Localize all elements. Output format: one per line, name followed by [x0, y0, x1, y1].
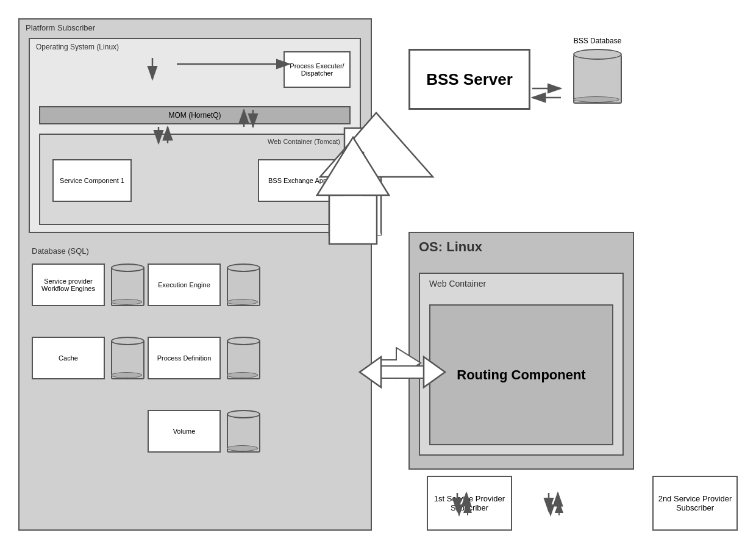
- mom-bar: MOM (HornetQ): [39, 106, 351, 124]
- bss-database-label: BSS Database: [573, 37, 622, 45]
- execution-engine-item: Execution Engine: [148, 263, 260, 306]
- volume-box: Volume: [148, 410, 221, 453]
- web-container-right-label: Web Container: [429, 279, 486, 289]
- bss-database-cylinder: [573, 49, 622, 104]
- bss-exchange-label: BSS Exchange App: [268, 177, 327, 184]
- os-linux-box: Operating System (Linux) Process Execute…: [29, 38, 361, 233]
- diagram-container: Platform Subscriber Operating System (Li…: [18, 18, 738, 534]
- bss-database-group: BSS Database: [573, 49, 622, 104]
- process-definition-item: Process Definition: [148, 337, 260, 379]
- bss-server-label: BSS Server: [426, 70, 513, 89]
- volume-label: Volume: [173, 428, 196, 435]
- platform-subscriber-box: Platform Subscriber Operating System (Li…: [18, 18, 372, 531]
- cache-cylinder: [111, 337, 144, 379]
- os-linux-label: Operating System (Linux): [36, 43, 119, 51]
- service-component-label: Service Component 1: [60, 177, 124, 184]
- sp1-box: 1st Service Provider Subscriber: [427, 476, 512, 531]
- service-component-box: Service Component 1: [52, 159, 132, 202]
- process-executer-box: Process Executer/ Dispatcher: [284, 51, 351, 88]
- execution-engine-label: Execution Engine: [158, 281, 210, 289]
- cache-item: Cache: [32, 337, 144, 379]
- database-label: Database (SQL): [32, 246, 89, 256]
- service-provider-wf-label: Service provider Workflow Engines: [36, 278, 101, 292]
- routing-component-label: Routing Component: [457, 367, 585, 383]
- cache-label: Cache: [59, 354, 78, 362]
- web-container-label: Web Container (Tomcat): [268, 138, 340, 145]
- volume-item: Volume: [148, 410, 260, 453]
- service-provider-wf-item: Service provider Workflow Engines: [32, 263, 144, 306]
- service-provider-wf-box: Service provider Workflow Engines: [32, 263, 105, 306]
- bss-exchange-box: BSS Exchange App: [258, 159, 337, 202]
- process-executer-label: Process Executer/ Dispatcher: [285, 62, 349, 77]
- service-provider-wf-cylinder: [111, 263, 144, 306]
- sp1-label: 1st Service Provider Subscriber: [428, 494, 511, 512]
- sp2-box: 2nd Service Provider Subscriber: [652, 476, 738, 531]
- os-linux-right-label: OS: Linux: [419, 239, 482, 255]
- right-panel: BSS Server BSS Database OS: Linux Web Co…: [408, 18, 738, 531]
- bss-server-box: BSS Server: [408, 49, 530, 110]
- process-definition-label: Process Definition: [157, 354, 212, 362]
- volume-cylinder: [227, 410, 260, 453]
- process-definition-box: Process Definition: [148, 337, 221, 379]
- web-container-box: Web Container (Tomcat) Service Component…: [39, 134, 351, 225]
- web-container-right-box: Web Container Routing Component: [419, 273, 624, 456]
- platform-subscriber-label: Platform Subscriber: [26, 23, 95, 32]
- cache-box: Cache: [32, 337, 105, 379]
- execution-engine-cylinder: [227, 263, 260, 306]
- routing-component-box: Routing Component: [429, 304, 613, 445]
- os-linux-right-box: OS: Linux Web Container Routing Componen…: [408, 232, 634, 470]
- sp2-label: 2nd Service Provider Subscriber: [654, 494, 736, 512]
- process-definition-cylinder: [227, 337, 260, 379]
- mom-label: MOM (HornetQ): [168, 111, 221, 120]
- execution-engine-box: Execution Engine: [148, 263, 221, 306]
